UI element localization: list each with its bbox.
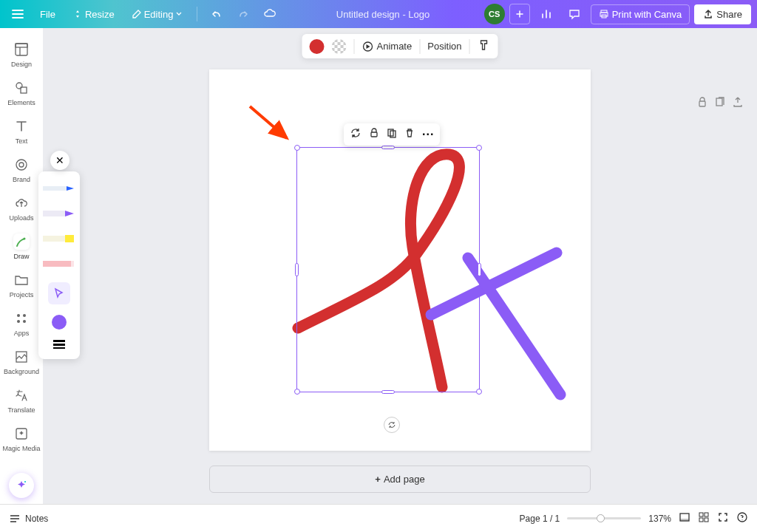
file-button[interactable]: File (33, 4, 63, 24)
sidebar-item-design[interactable]: Design (0, 35, 43, 74)
resize-handle-se[interactable] (476, 389, 482, 395)
svg-point-9 (24, 238, 26, 240)
transparency-swatch[interactable] (332, 39, 347, 54)
svg-point-11 (23, 314, 26, 317)
top-left-group: File Resize Editing (6, 2, 282, 26)
sidebar-item-text[interactable]: Text (0, 112, 43, 151)
more-icon[interactable]: ··· (422, 128, 434, 141)
cursor-tool[interactable] (48, 282, 70, 304)
canvas-area: Animate Position (43, 28, 757, 504)
magic-icon (13, 426, 30, 442)
resize-handle-w[interactable] (295, 263, 299, 276)
undo-icon[interactable] (205, 2, 228, 26)
share-button[interactable]: Share (694, 4, 751, 24)
svg-point-12 (17, 320, 20, 323)
draw-panel (38, 171, 80, 359)
apps-icon (13, 310, 30, 327)
redo-icon[interactable] (231, 2, 255, 26)
divider (419, 39, 420, 54)
editing-button[interactable]: Editing (125, 4, 190, 24)
notes-button[interactable]: Notes (9, 513, 48, 525)
main: Design Elements Text Brand Uploads Draw … (0, 28, 757, 504)
divider (469, 39, 469, 54)
svg-line-19 (250, 106, 287, 138)
sidebar: Design Elements Text Brand Uploads Draw … (0, 28, 43, 504)
sidebar-item-draw[interactable]: Draw (0, 228, 43, 266)
share-label: Share (716, 9, 742, 20)
resize-button[interactable]: Resize (66, 4, 122, 24)
resize-handle-n[interactable] (381, 146, 395, 149)
avatar[interactable]: CS (484, 4, 505, 24)
sidebar-item-background[interactable]: Background (0, 343, 43, 381)
add-page-label: Add page (384, 474, 425, 485)
sidebar-label: Apps (14, 330, 30, 337)
fill-color-swatch[interactable] (310, 39, 325, 54)
sidebar-label: Magic Media (2, 445, 40, 452)
sidebar-item-translate[interactable]: Translate (0, 381, 43, 420)
lock-icon[interactable] (696, 96, 708, 111)
stroke-width-icon[interactable] (53, 340, 65, 349)
zoom-thumb[interactable] (597, 514, 605, 522)
lock-icon[interactable] (369, 128, 379, 141)
view-grid-icon[interactable] (698, 511, 710, 525)
view-thumbnail-icon[interactable] (679, 511, 690, 525)
duplicate-icon[interactable] (387, 128, 397, 141)
sidebar-item-uploads[interactable]: Uploads (0, 189, 43, 228)
resize-handle-s[interactable] (381, 390, 395, 394)
duplicate-page-icon[interactable] (714, 96, 726, 111)
sidebar-item-magic-media[interactable]: Magic Media (0, 420, 43, 458)
editing-label: Editing (144, 9, 174, 20)
sidebar-item-elements[interactable]: Elements (0, 74, 43, 112)
top-right-group: CS Print with Canva Share (484, 2, 751, 26)
rotate-handle[interactable] (384, 417, 400, 433)
svg-rect-27 (43, 261, 71, 267)
comment-icon[interactable] (563, 2, 586, 26)
notes-label: Notes (25, 514, 48, 524)
sidebar-item-projects[interactable]: Projects (0, 266, 43, 304)
template-icon (13, 41, 30, 58)
document-title[interactable]: Untitled design - Logo (282, 9, 483, 20)
sidebar-item-apps[interactable]: Apps (0, 304, 43, 343)
page-indicator[interactable]: Page 1 / 1 (520, 514, 560, 524)
close-panel-button[interactable]: ✕ (50, 151, 69, 170)
help-icon[interactable] (736, 511, 748, 525)
menu-icon[interactable] (6, 2, 30, 26)
brush-highlighter[interactable] (43, 232, 75, 247)
brush-color[interactable] (52, 315, 67, 330)
svg-rect-17 (699, 101, 705, 106)
trash-icon[interactable] (404, 128, 415, 141)
resize-handle-e[interactable] (478, 263, 481, 276)
zoom-value[interactable]: 137% (648, 514, 671, 524)
svg-rect-31 (680, 519, 689, 521)
format-icon[interactable] (477, 38, 490, 54)
cloud-sync-icon[interactable] (258, 2, 282, 26)
svg-point-29 (24, 481, 26, 482)
resize-handle-sw[interactable] (294, 389, 300, 395)
animate-label: Animate (377, 41, 413, 52)
brush-pen[interactable] (43, 182, 75, 197)
resize-handle-ne[interactable] (476, 145, 482, 151)
analytics-icon[interactable] (534, 2, 558, 26)
regenerate-icon[interactable] (350, 127, 361, 142)
selection-box[interactable] (296, 147, 480, 392)
top-bar: File Resize Editing Untitled design - Lo… (0, 0, 757, 28)
animate-button[interactable]: Animate (362, 41, 413, 52)
bottom-right-group: Page 1 / 1 137% (520, 511, 748, 525)
zoom-slider[interactable] (567, 517, 641, 519)
brush-marker[interactable] (43, 207, 75, 222)
position-button[interactable]: Position (427, 41, 461, 52)
svg-point-13 (23, 320, 26, 323)
svg-rect-32 (699, 513, 703, 516)
add-member-icon[interactable] (509, 4, 530, 24)
sidebar-label: Design (11, 61, 32, 68)
canvas-page[interactable]: ··· (209, 69, 591, 451)
brush-eraser[interactable] (43, 257, 75, 272)
add-page-button[interactable]: +Add page (209, 466, 591, 493)
text-icon (13, 118, 30, 134)
print-button[interactable]: Print with Canva (591, 4, 690, 24)
export-icon[interactable] (732, 96, 744, 111)
fullscreen-icon[interactable] (717, 511, 729, 525)
magic-button[interactable] (9, 473, 34, 498)
sidebar-item-brand[interactable]: Brand (0, 151, 43, 189)
sidebar-label: Brand (13, 176, 30, 183)
